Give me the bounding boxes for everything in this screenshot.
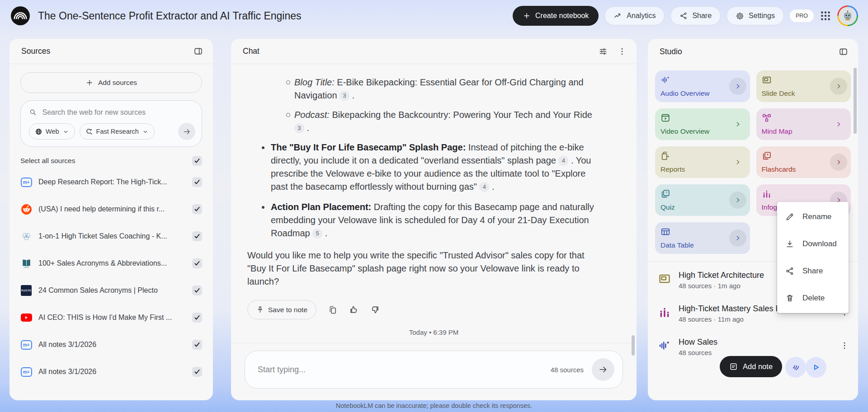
arrow-right-icon [598,365,608,375]
studio-panel-title: Studio [660,47,682,56]
source-checkbox[interactable] [192,340,202,350]
trash-icon [785,294,794,303]
research-sparkle-search-icon [85,128,93,136]
chevron-right-icon[interactable] [729,154,746,171]
studio-card-video-overview[interactable]: Video Overview [655,108,750,140]
notebooklm-note-icon: m+ [20,339,32,351]
note-add-icon [729,362,738,371]
chat-timestamp: Today • 6:39 PM [231,328,637,336]
studio-card-mind-map[interactable]: Mind Map [756,108,851,140]
collapse-panel-icon[interactable] [839,47,848,56]
source-checkbox[interactable] [192,313,202,323]
chat-more-options-icon[interactable] [618,47,627,56]
studio-card-flashcards[interactable]: Flashcards [756,146,851,178]
hand-wave-icon [790,362,801,373]
search-sources-input[interactable] [42,108,193,117]
studio-card-slide-deck[interactable]: Slide Deck [756,70,851,102]
select-all-label: Select all sources [20,157,75,165]
menu-item-share[interactable]: Share [777,258,849,285]
play-button[interactable] [806,357,826,378]
citation-chip[interactable]: 4 [479,182,489,192]
slide-deck-icon [762,75,772,85]
chevron-down-icon [142,128,149,135]
chat-sub-bullet: Blog Title: E-Bike Bikepacking: Essentia… [247,76,595,102]
robot-avatar-icon [841,9,854,23]
interactive-mode-button[interactable] [785,357,806,378]
output-more-options-icon[interactable] [840,341,849,352]
settings-button[interactable]: Settings [726,6,784,25]
pin-icon [256,306,264,314]
copy-icon[interactable] [328,305,337,314]
chat-bullet: The "Buy It For Life Basecamp" Splash Pa… [247,141,595,193]
research-mode-dropdown[interactable]: Fast Research [80,123,155,140]
citation-chip[interactable]: 5 [312,229,322,239]
source-checkbox[interactable] [192,177,202,187]
collapse-panel-icon[interactable] [193,47,203,56]
studio-card-quiz[interactable]: ? Quiz [655,184,750,216]
web-filter-dropdown[interactable]: Web [29,123,75,140]
data-table-icon [660,227,670,237]
source-row[interactable]: 1-on-1 High Ticket Sales Coaching - K... [9,223,213,250]
youtube-icon [20,312,32,323]
download-icon [785,239,794,248]
chevron-right-icon[interactable] [729,78,746,95]
source-row[interactable]: m+ Deep Research Report: The High-Tick..… [9,169,213,196]
chat-settings-sliders-icon[interactable] [599,47,608,56]
chevron-right-icon[interactable] [729,192,746,209]
source-checkbox[interactable] [192,258,202,268]
source-checkbox[interactable] [192,231,202,241]
pencil-icon [785,212,794,221]
chevron-right-icon[interactable] [830,154,847,171]
menu-item-delete[interactable]: Delete [777,285,849,312]
chevron-right-icon[interactable] [729,229,746,247]
source-row[interactable]: m+ All notes 3/1/2026 [9,358,213,385]
add-note-button[interactable]: Add note [720,356,782,377]
share-icon [679,12,688,20]
analytics-button[interactable]: Analytics [604,6,665,25]
chat-input[interactable] [258,365,542,375]
gear-icon [736,12,744,20]
quiz-icon: ? [660,189,670,199]
chevron-right-icon[interactable] [830,78,847,95]
create-notebook-button[interactable]: Create notebook [513,6,599,26]
reddit-icon [20,203,32,215]
select-all-checkbox[interactable] [192,156,202,166]
chat-message: Blog Title: E-Bike Bikepacking: Essentia… [231,64,637,319]
google-apps-grid-icon[interactable] [820,10,831,22]
source-row[interactable]: m+ All notes 3/1/2026 [9,331,213,358]
thumbs-down-icon[interactable] [370,305,380,314]
menu-item-rename[interactable]: Rename [777,203,849,230]
share-icon [785,267,794,276]
chevron-right-icon[interactable] [830,116,847,133]
user-avatar[interactable] [837,5,858,26]
citation-chip[interactable]: 3 [340,91,349,101]
add-sources-button[interactable]: Add sources [20,72,202,93]
sources-panel: Sources Add sources Web Fast Research [9,39,213,400]
studio-scrollbar[interactable] [854,68,857,134]
menu-item-download[interactable]: Download [777,230,849,258]
thumbs-up-icon[interactable] [349,305,359,314]
arrow-right-icon [183,127,191,136]
citation-chip[interactable]: 3 [294,123,304,133]
source-row[interactable]: AI CEO: THIS is How I'd Make My First ..… [9,304,213,331]
send-button[interactable] [592,358,614,381]
source-checkbox[interactable] [192,367,202,377]
chat-bullet: Action Plan Placement: Drafting the copy… [247,201,595,240]
plecto-logo-icon: PLECTO [20,285,32,296]
save-to-note-button[interactable]: Save to note [247,300,316,319]
citation-chip[interactable]: 4 [558,156,568,166]
source-row[interactable]: 100+ Sales Acronyms & Abbreviations... [9,250,213,277]
chevron-right-icon[interactable] [729,116,746,133]
source-checkbox[interactable] [192,204,202,214]
studio-card-reports[interactable]: Reports [655,146,750,178]
chat-scrollbar[interactable] [632,335,635,356]
source-checkbox[interactable] [192,286,202,295]
source-row[interactable]: PLECTO 24 Common Sales Acronyms | Plecto [9,277,213,304]
notebook-title: The One-Sentence Profit Extractor and AI… [38,10,513,22]
studio-card-data-table[interactable]: Data Table [655,222,750,254]
share-button[interactable]: Share [670,6,721,25]
studio-card-audio-overview[interactable]: Audio Overview [655,70,750,102]
search-submit-button[interactable] [178,123,195,140]
source-row[interactable]: (USA) I need help determining if this r.… [9,196,213,223]
infographic-icon [658,305,671,319]
